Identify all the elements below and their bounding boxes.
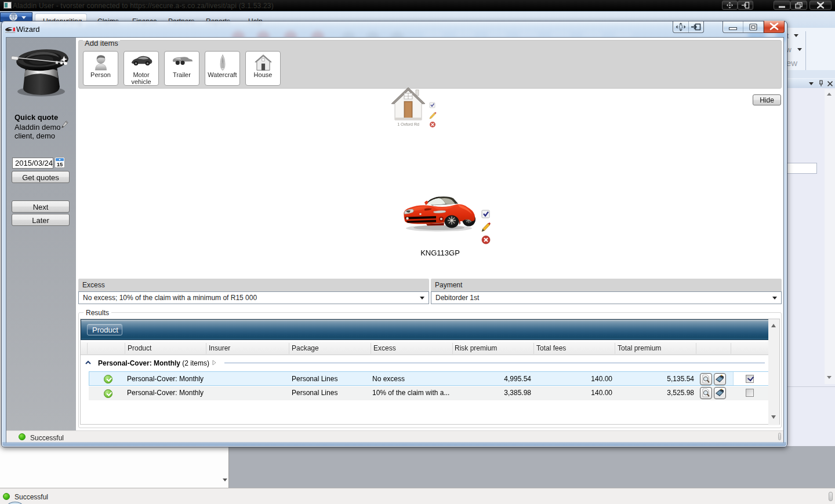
svg-text:15: 15: [57, 161, 63, 167]
